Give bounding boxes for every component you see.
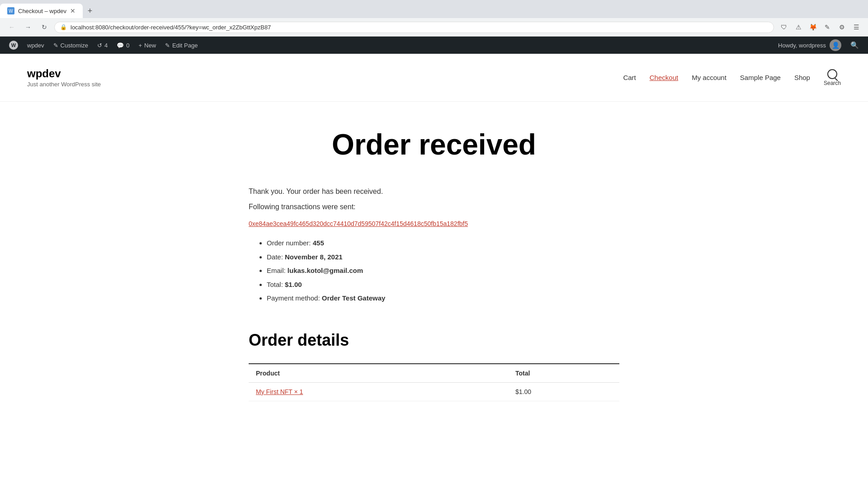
following-text: Following transactions were sent: bbox=[249, 203, 619, 211]
wp-admin-bar: W wpdev ✎ Customize ↺ 4 💬 0 + New ✎ Edit… bbox=[0, 37, 868, 54]
back-button[interactable]: ← bbox=[5, 21, 18, 33]
menu-icon[interactable]: ☰ bbox=[850, 21, 863, 33]
wp-howdy-item[interactable]: Howdy, wordpress 👤 bbox=[774, 39, 846, 51]
payment-method-item: Payment method: Order Test Gateway bbox=[267, 293, 619, 304]
tab-title: Checkout – wpdev bbox=[18, 8, 66, 14]
wp-new-item[interactable]: + New bbox=[134, 37, 160, 54]
address-bar[interactable]: 🔒 bbox=[54, 22, 774, 33]
wp-comments-item[interactable]: 💬 0 bbox=[112, 37, 134, 54]
site-header: wpdev Just another WordPress site Cart C… bbox=[0, 54, 868, 102]
payment-method-value: Order Test Gateway bbox=[322, 294, 386, 302]
total-cell: $1.00 bbox=[508, 382, 619, 401]
plus-icon: + bbox=[138, 42, 142, 49]
payment-method-label: Payment method: bbox=[267, 294, 320, 302]
order-details-title: Order details bbox=[249, 331, 619, 350]
email-value: lukas.kotol@gmail.com bbox=[288, 267, 363, 274]
edit-icon: ✎ bbox=[165, 42, 170, 49]
comments-count: 0 bbox=[126, 42, 129, 49]
customize-icon: ✎ bbox=[53, 42, 58, 49]
transaction-hash-link[interactable]: 0xe84ae3cea49fc465d320dcc74410d7d59507f4… bbox=[249, 220, 619, 227]
settings-icon[interactable]: ⚙ bbox=[835, 21, 848, 33]
email-label: Email: bbox=[267, 267, 286, 274]
extension-shield-icon[interactable]: 🛡 bbox=[778, 21, 790, 33]
browser-tabs: W Checkout – wpdev ✕ + bbox=[0, 0, 868, 18]
new-label: New bbox=[144, 42, 156, 49]
tab-close-button[interactable]: ✕ bbox=[70, 7, 75, 14]
search-icon bbox=[827, 69, 837, 79]
total-label: Total: bbox=[267, 281, 283, 288]
nav-sample-page[interactable]: Sample Page bbox=[740, 74, 781, 81]
site-branding: wpdev Just another WordPress site bbox=[27, 67, 101, 88]
wp-search-icon[interactable]: 🔍 bbox=[846, 41, 863, 49]
wp-edit-page-item[interactable]: ✎ Edit Page bbox=[160, 37, 202, 54]
table-row: My First NFT × 1 $1.00 bbox=[249, 382, 619, 401]
date-label: Date: bbox=[267, 253, 283, 261]
main-content: Order received Thank you. Your order has… bbox=[231, 102, 637, 428]
lock-icon: 🔒 bbox=[60, 24, 67, 30]
product-link[interactable]: My First NFT × 1 bbox=[256, 388, 303, 395]
revisions-icon: ↺ bbox=[97, 42, 102, 49]
search-label: Search bbox=[824, 80, 841, 86]
browser-nav: ← → ↻ 🔒 🛡 ⚠ 🦊 ✎ ⚙ ☰ bbox=[0, 18, 868, 36]
total-item: Total: $1.00 bbox=[267, 280, 619, 290]
order-info-list: Order number: 455 Date: November 8, 2021… bbox=[249, 238, 619, 304]
date-value: November 8, 2021 bbox=[285, 253, 343, 261]
total-column-header: Total bbox=[508, 364, 619, 383]
active-tab: W Checkout – wpdev ✕ bbox=[0, 4, 83, 18]
edit-page-label: Edit Page bbox=[172, 42, 198, 49]
thank-you-text: Thank you. Your order has been received. bbox=[249, 188, 619, 196]
search-button[interactable]: Search bbox=[824, 69, 841, 86]
table-header-row: Product Total bbox=[249, 364, 619, 383]
order-number-value: 455 bbox=[313, 239, 324, 247]
browser-extensions: 🛡 ⚠ 🦊 ✎ ⚙ ☰ bbox=[778, 21, 863, 33]
nav-my-account[interactable]: My account bbox=[692, 74, 726, 81]
extension-fox-icon[interactable]: 🦊 bbox=[807, 21, 819, 33]
order-table: Product Total My First NFT × 1 $1.00 bbox=[249, 363, 619, 401]
page-title: Order received bbox=[249, 129, 619, 160]
extension-warning-icon[interactable]: ⚠ bbox=[792, 21, 805, 33]
wp-logo-item[interactable]: W bbox=[5, 37, 23, 54]
product-cell: My First NFT × 1 bbox=[249, 382, 508, 401]
wp-revisions-item[interactable]: ↺ 4 bbox=[93, 37, 112, 54]
revisions-count: 4 bbox=[104, 42, 108, 49]
site-title[interactable]: wpdev bbox=[27, 67, 101, 80]
forward-button[interactable]: → bbox=[22, 21, 34, 33]
order-number-label: Order number: bbox=[267, 239, 311, 247]
wp-site-name: wpdev bbox=[27, 42, 44, 49]
customize-label: Customize bbox=[61, 42, 88, 49]
wp-avatar: 👤 bbox=[830, 39, 841, 51]
new-tab-button[interactable]: + bbox=[83, 4, 97, 18]
email-item: Email: lukas.kotol@gmail.com bbox=[267, 266, 619, 276]
site-nav: Cart Checkout My account Sample Page Sho… bbox=[623, 69, 841, 86]
browser-chrome: W Checkout – wpdev ✕ + ← → ↻ 🔒 🛡 ⚠ 🦊 ✎ ⚙… bbox=[0, 0, 868, 37]
howdy-text: Howdy, wordpress bbox=[778, 42, 826, 49]
nav-checkout[interactable]: Checkout bbox=[650, 74, 678, 81]
site-description: Just another WordPress site bbox=[27, 81, 101, 88]
date-item: Date: November 8, 2021 bbox=[267, 252, 619, 263]
wp-site-name-item[interactable]: wpdev bbox=[23, 37, 49, 54]
comments-icon: 💬 bbox=[117, 42, 124, 49]
order-number-item: Order number: 455 bbox=[267, 238, 619, 249]
extension-pen-icon[interactable]: ✎ bbox=[821, 21, 834, 33]
product-column-header: Product bbox=[249, 364, 508, 383]
nav-cart[interactable]: Cart bbox=[623, 74, 636, 81]
url-input[interactable] bbox=[71, 24, 768, 31]
tab-favicon: W bbox=[7, 7, 14, 14]
wp-admin-right: Howdy, wordpress 👤 🔍 bbox=[774, 39, 863, 51]
nav-shop[interactable]: Shop bbox=[794, 74, 810, 81]
wp-logo-icon: W bbox=[9, 41, 18, 50]
wp-customize-item[interactable]: ✎ Customize bbox=[49, 37, 93, 54]
reload-button[interactable]: ↻ bbox=[38, 21, 51, 33]
total-value: $1.00 bbox=[285, 281, 302, 288]
